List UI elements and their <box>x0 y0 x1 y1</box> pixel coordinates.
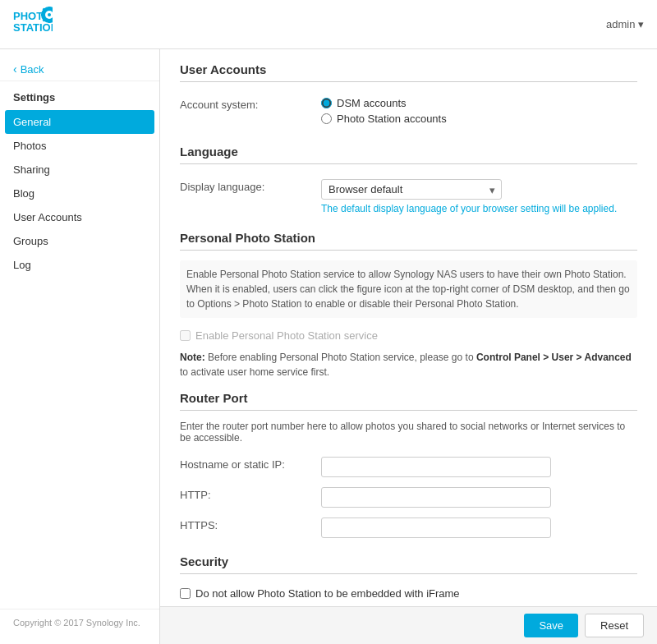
back-label: Back <box>21 63 44 76</box>
admin-menu[interactable]: admin ▾ <box>606 18 644 30</box>
logo-icon: PHOTO STATION <box>13 5 53 44</box>
enable-personal-photo-station-label: Enable Personal Photo Station service <box>195 329 378 342</box>
svg-text:STATION: STATION <box>13 21 53 34</box>
hostname-row: Hostname or static IP: <box>180 452 637 482</box>
save-button[interactable]: Save <box>524 614 578 637</box>
security-title: Security <box>180 554 637 574</box>
https-input[interactable] <box>321 518 551 538</box>
personal-photo-station-info: Enable Personal Photo Station service to… <box>180 260 637 318</box>
app-container: PHOTO STATION <box>0 0 657 644</box>
reset-button[interactable]: Reset <box>585 614 644 637</box>
language-help-text: The default display language of your bro… <box>321 203 637 214</box>
sidebar: ‹ Back Settings General Photos Sharing B… <box>0 49 160 644</box>
sidebar-item-general[interactable]: General <box>5 110 154 134</box>
display-language-select-wrapper: Browser default English Chinese (Traditi… <box>321 179 502 200</box>
enable-personal-photo-station-row[interactable]: Enable Personal Photo Station service <box>180 326 637 345</box>
router-port-title: Router Port <box>180 391 637 411</box>
account-system-label: Account system: <box>180 97 311 111</box>
svg-point-4 <box>48 13 51 16</box>
personal-photo-station-note: Note: Before enabling Personal Photo Sta… <box>180 350 637 380</box>
hostname-controls <box>321 457 637 477</box>
https-controls <box>321 518 637 538</box>
photo-station-accounts-label: Photo Station accounts <box>337 113 447 125</box>
https-label: HTTPS: <box>180 518 311 531</box>
display-language-controls: Browser default English Chinese (Traditi… <box>321 179 637 214</box>
sidebar-item-log[interactable]: Log <box>0 253 159 277</box>
http-label: HTTP: <box>180 487 311 501</box>
dsm-accounts-label: DSM accounts <box>337 97 407 109</box>
bottom-bar: Save Reset <box>160 606 657 644</box>
dsm-accounts-option[interactable]: DSM accounts <box>321 97 637 109</box>
hostname-input[interactable] <box>321 457 551 477</box>
https-row: HTTPS: <box>180 513 637 543</box>
sidebar-item-photos[interactable]: Photos <box>0 134 159 158</box>
sidebar-item-sharing[interactable]: Sharing <box>0 158 159 182</box>
sidebar-item-groups[interactable]: Groups <box>0 229 159 253</box>
iframe-checkbox[interactable] <box>180 588 191 599</box>
http-row: HTTP: <box>180 482 637 513</box>
main-layout: ‹ Back Settings General Photos Sharing B… <box>0 49 657 644</box>
admin-label: admin <box>606 18 635 30</box>
settings-heading: Settings <box>0 88 159 110</box>
http-controls <box>321 487 637 508</box>
enable-personal-photo-station-checkbox[interactable] <box>180 330 191 341</box>
svg-rect-5 <box>48 7 51 10</box>
sidebar-footer: Copyright © 2017 Synology Inc. <box>0 609 159 636</box>
personal-photo-station-title: Personal Photo Station <box>180 231 637 251</box>
photo-station-accounts-radio[interactable] <box>321 113 332 124</box>
account-system-controls: DSM accounts Photo Station accounts <box>321 97 637 128</box>
logo: PHOTO STATION <box>13 5 53 44</box>
display-language-label: Display language: <box>180 179 311 193</box>
iframe-label: Do not allow Photo Station to be embedde… <box>195 587 460 600</box>
back-button[interactable]: ‹ Back <box>0 58 159 81</box>
display-language-select[interactable]: Browser default English Chinese (Traditi… <box>321 179 502 200</box>
svg-rect-6 <box>48 20 51 23</box>
photo-station-accounts-option[interactable]: Photo Station accounts <box>321 113 637 125</box>
svg-rect-7 <box>41 14 44 16</box>
sidebar-item-blog[interactable]: Blog <box>0 182 159 205</box>
language-title: Language <box>180 145 637 164</box>
user-accounts-title: User Accounts <box>180 62 637 82</box>
content-inner: User Accounts Account system: DSM accoun… <box>160 49 657 644</box>
header: PHOTO STATION <box>0 0 657 49</box>
sidebar-item-user-accounts[interactable]: User Accounts <box>0 205 159 229</box>
iframe-checkbox-row[interactable]: Do not allow Photo Station to be embedde… <box>180 584 637 603</box>
display-language-row: Display language: Browser default Englis… <box>180 174 637 219</box>
content-area: User Accounts Account system: DSM accoun… <box>160 49 657 644</box>
dsm-accounts-radio[interactable] <box>321 98 332 108</box>
account-system-row: Account system: DSM accounts Photo Stati… <box>180 92 637 133</box>
hostname-label: Hostname or static IP: <box>180 457 311 471</box>
router-port-description: Enter the router port number here to all… <box>180 421 637 444</box>
http-input[interactable] <box>321 487 551 508</box>
back-arrow-icon: ‹ <box>13 62 17 76</box>
